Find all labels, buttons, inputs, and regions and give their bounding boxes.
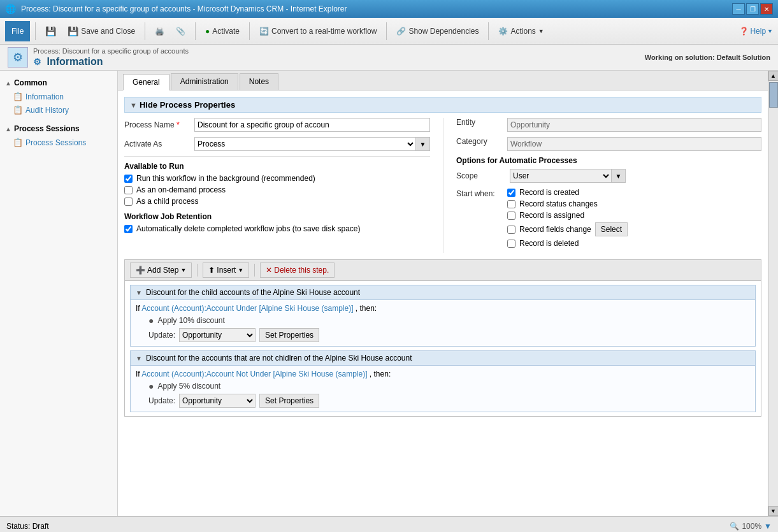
insert-label: Insert [217, 266, 236, 275]
toolbar-separator-3 [195, 22, 196, 40]
scroll-track [768, 81, 778, 506]
attach-button[interactable]: 📎 [171, 24, 190, 38]
tab-administration[interactable]: Administration [171, 73, 238, 90]
status-label: Status: Draft [6, 522, 49, 531]
tab-general[interactable]: General [123, 74, 169, 90]
close-button[interactable]: ✕ [760, 3, 773, 15]
sw-status-checkbox[interactable] [507, 200, 515, 208]
checkbox-ondemand-row: As an on-demand process [124, 185, 430, 194]
show-deps-button[interactable]: 🔗 Show Dependencies [392, 24, 483, 38]
process-name-label: Process Name [124, 120, 194, 129]
step-2-collapse-icon[interactable]: ▼ [136, 355, 142, 362]
scope-dropdown-btn[interactable]: ▼ [612, 169, 626, 183]
sw-assigned-checkbox[interactable] [507, 212, 515, 220]
step-1-condition: If Account (Account):Account Under [Alpi… [136, 304, 750, 313]
category-row: Category [456, 137, 761, 151]
convert-button[interactable]: 🔄 Convert to a real-time workflow [255, 24, 381, 38]
add-step-button[interactable]: ➕ Add Step ▼ [130, 262, 192, 278]
step-1-collapse-icon[interactable]: ▼ [136, 289, 142, 296]
tab-notes[interactable]: Notes [240, 73, 278, 90]
step-1-set-props-button[interactable]: Set Properties [259, 328, 319, 342]
add-step-label: Add Step [147, 266, 178, 275]
checkbox-ondemand-label: As an on-demand process [136, 185, 226, 194]
step-1-condition-if: If [136, 304, 140, 313]
attach-icon: 📎 [176, 27, 185, 36]
activate-as-select[interactable]: Process [194, 137, 416, 151]
step-2-set-props-button[interactable]: Set Properties [259, 394, 319, 408]
actions-dropdown-icon: ▼ [538, 28, 544, 34]
save-icon[interactable]: 💾 [41, 24, 61, 39]
save-floppy-icon: 💾 [45, 26, 56, 36]
file-button[interactable]: File [5, 21, 30, 41]
checkbox-child-label: As a child process [136, 197, 198, 206]
actions-button[interactable]: ⚙️ Actions ▼ [494, 24, 548, 38]
zoom-area: 🔍 100% ▼ [730, 522, 772, 531]
step-2-title: Discount for the accounts that are not c… [146, 354, 412, 363]
information-icon: 📋 [13, 92, 23, 101]
select-fields-button[interactable]: Select [595, 222, 628, 236]
delete-icon: ✕ [266, 266, 272, 275]
convert-label: Convert to a real-time workflow [271, 27, 377, 36]
activate-as-dropdown-btn[interactable]: ▼ [416, 137, 430, 151]
toolbar-separator-6 [488, 22, 489, 40]
print-button[interactable]: 🖨️ [150, 24, 169, 38]
sw-created-checkbox[interactable] [507, 189, 515, 197]
sw-fields-checkbox[interactable] [507, 226, 515, 234]
checkbox-background[interactable] [124, 175, 133, 183]
process-sessions-section-label: Process Sessions [14, 124, 80, 133]
insert-button[interactable]: ⬆ Insert ▼ [203, 262, 249, 278]
actions-icon: ⚙️ [498, 27, 508, 36]
checkbox-ondemand[interactable] [124, 186, 133, 194]
delete-label: Delete this step. [274, 266, 329, 275]
sidebar-section-process-sessions[interactable]: ▲ Process Sessions [0, 122, 117, 136]
status-bar: Status: Draft 🔍 100% ▼ [0, 516, 778, 532]
checkbox-background-label: Run this workflow in the background (rec… [136, 174, 315, 183]
start-when-checks: Record is created Record status changes … [507, 188, 628, 248]
retention-checkbox-label: Automatically delete completed workflow … [136, 224, 361, 233]
checkbox-child-row: As a child process [124, 197, 430, 206]
sidebar-section-common[interactable]: ▲ Common [0, 76, 117, 90]
scope-row: Scope User Business Unit Parent: Child B… [456, 169, 761, 183]
sidebar-item-information[interactable]: 📋 Information [0, 90, 117, 103]
checkbox-child[interactable] [124, 198, 133, 206]
step-2-condition: If Account (Account):Account Not Under [… [136, 370, 750, 378]
step-2-condition-link[interactable]: Account (Account):Account Not Under [Alp… [141, 370, 367, 378]
available-to-run-section: Available to Run Run this workflow in th… [124, 162, 430, 206]
minimize-button[interactable]: ─ [732, 3, 745, 15]
deps-icon: 🔗 [396, 27, 406, 36]
section-title: Hide Process Properties [140, 100, 235, 110]
restore-button[interactable]: ❐ [746, 3, 759, 15]
sidebar-audit-label: Audit History [25, 106, 69, 115]
section-header-hide-process[interactable]: ▼ Hide Process Properties [124, 97, 761, 113]
sw-assigned-label: Record is assigned [519, 211, 584, 220]
step-2-update-select[interactable]: Opportunity [179, 394, 256, 408]
retention-checkbox[interactable] [124, 225, 133, 233]
zoom-dropdown-btn[interactable]: ▼ [764, 522, 772, 531]
step-1-update-select[interactable]: Opportunity [179, 328, 256, 342]
form-area: ▼ Hide Process Properties Process Name [118, 90, 768, 516]
sw-fields-label: Record fields change [519, 225, 591, 234]
step-1-condition-link[interactable]: Account (Account):Account Under [Alpine … [141, 304, 353, 313]
retention-checkbox-row: Automatically delete completed workflow … [124, 224, 430, 233]
scroll-down-button[interactable]: ▼ [768, 506, 779, 516]
scroll-thumb[interactable] [769, 82, 778, 108]
save-close-button[interactable]: 💾 Save and Close [63, 24, 140, 39]
delete-step-button[interactable]: ✕ Delete this step. [260, 262, 335, 278]
activate-as-row: Activate As Process ▼ [124, 137, 430, 151]
wf-sep-2 [254, 264, 255, 277]
sidebar-item-process-sessions[interactable]: 📋 Process Sessions [0, 136, 117, 149]
sidebar-item-audit-history[interactable]: 📋 Audit History [0, 103, 117, 117]
workflow-area: ➕ Add Step ▼ ⬆ Insert ▼ ✕ [124, 259, 761, 417]
help-button[interactable]: ❓ Help ▼ [739, 27, 773, 36]
sw-deleted-checkbox[interactable] [507, 240, 515, 248]
step-1-update-label: Update: [148, 331, 175, 340]
process-name-input[interactable] [194, 118, 430, 132]
start-when-label: Start when: [456, 188, 507, 198]
common-section-label: Common [14, 78, 47, 87]
scope-select[interactable]: User Business Unit Parent: Child Busines… [510, 169, 612, 183]
activate-button[interactable]: ● Activate [201, 24, 244, 38]
scroll-up-button[interactable]: ▲ [768, 71, 779, 81]
show-deps-label: Show Dependencies [408, 27, 479, 36]
step-2-action-row: ● Apply 5% discount [136, 381, 750, 391]
step-block-2: ▼ Discount for the accounts that are not… [130, 350, 756, 412]
